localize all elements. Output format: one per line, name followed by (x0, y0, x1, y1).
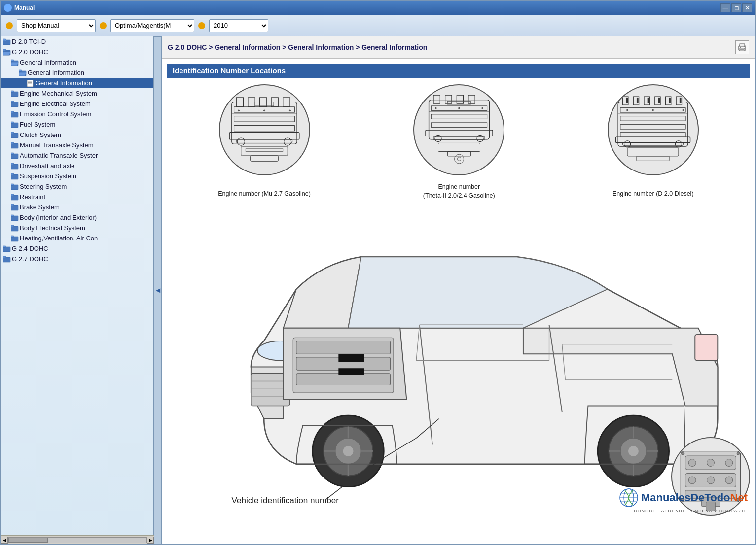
sidebar-item-engine-elec[interactable]: Engine Electrical System (1, 99, 153, 109)
engine-drawing-d20 (611, 88, 695, 172)
sidebar-item-d20-tcid[interactable]: D 2.0 TCI-D (1, 36, 153, 47)
sidebar-item-gen-info-3[interactable]: General Information (1, 78, 153, 88)
svg-rect-43 (11, 226, 18, 231)
sidebar-scrollbar[interactable]: ◀ ▶ (1, 535, 154, 544)
sidebar-item-driveshaft[interactable]: Driveshaft and axle (1, 161, 153, 171)
sidebar-item-gen-info-1[interactable]: General Information (1, 57, 153, 68)
sidebar-label-steering: Steering System (20, 183, 67, 190)
svg-rect-109 (616, 137, 690, 142)
svg-rect-47 (3, 247, 10, 252)
sidebar-item-gen-info-2[interactable]: General Information (1, 68, 153, 78)
svg-rect-12 (27, 80, 33, 87)
sidebar-item-body-elec[interactable]: Body Electrical System (1, 223, 153, 233)
folder-icon-brake (11, 204, 19, 211)
vin-label-text: Vehicle identification number (231, 496, 339, 505)
svg-point-93 (481, 107, 483, 109)
svg-rect-80 (457, 95, 463, 103)
sidebar-item-clutch[interactable]: Clutch System (1, 130, 153, 140)
svg-rect-45 (11, 237, 18, 241)
svg-rect-54 (740, 49, 744, 50)
sidebar-label-driveshaft: Driveshaft and axle (20, 162, 74, 170)
svg-point-172 (725, 459, 733, 466)
sidebar-label-heating: Heating,Ventilation, Air Con (20, 235, 98, 242)
sidebar-item-body[interactable]: Body (Interior and Exterior) (1, 212, 153, 223)
svg-marker-8 (11, 62, 18, 66)
car-diagram-svg: Vehicle identification number (167, 205, 750, 516)
section-header: Identification Number Locations (167, 64, 750, 78)
svg-rect-75 (255, 102, 274, 106)
print-button[interactable] (735, 40, 749, 54)
svg-point-117 (683, 109, 684, 111)
svg-rect-36 (11, 184, 14, 185)
svg-rect-50 (3, 256, 6, 258)
svg-rect-83 (431, 114, 487, 118)
svg-rect-123 (669, 97, 671, 102)
manual-type-dropdown[interactable]: Shop Manual Owner's Manual (17, 19, 96, 32)
sidebar-label-g27-dohc: G 2.7 DOHC (12, 255, 48, 263)
sidebar-item-g24-dohc[interactable]: G 2.4 DOHC (1, 243, 153, 254)
sidebar-item-g27-dohc[interactable]: G 2.7 DOHC (1, 254, 153, 264)
close-button[interactable]: ✕ (742, 3, 752, 12)
svg-rect-40 (11, 204, 14, 206)
gearbox-drawing (676, 442, 745, 511)
svg-point-71 (238, 109, 240, 111)
svg-rect-159 (296, 374, 391, 385)
svg-point-170 (688, 459, 696, 466)
svg-rect-19 (11, 102, 18, 107)
svg-rect-48 (3, 246, 6, 247)
model-dropdown[interactable]: Optima/Magentis(M (110, 19, 194, 32)
sidebar-label-g24-dohc: G 2.4 DOHC (12, 245, 48, 252)
svg-rect-4 (3, 49, 6, 51)
folder-icon-suspension (11, 173, 19, 180)
svg-rect-157 (296, 341, 391, 354)
svg-rect-70 (251, 155, 279, 161)
sidebar-item-emission[interactable]: Emission Control System (1, 109, 153, 119)
toolbar: Shop Manual Owner's Manual Optima/Magent… (1, 15, 755, 36)
svg-rect-49 (3, 257, 10, 262)
svg-rect-22 (11, 111, 14, 113)
engine-circle-mu27 (219, 84, 310, 175)
svg-rect-95 (447, 101, 470, 104)
content-scroll[interactable]: Engine number (Mu 2.7 Gasoline) (162, 82, 755, 544)
sidebar-item-fuel[interactable]: Fuel System (1, 119, 153, 130)
folder-open-icon (3, 49, 11, 56)
scroll-right-btn[interactable]: ▶ (147, 537, 154, 544)
sidebar-item-g20-dohc[interactable]: G 2.0 DOHC (1, 47, 153, 57)
app-icon (4, 4, 12, 12)
sidebar-item-heating[interactable]: Heating,Ventilation, Air Con (1, 233, 153, 243)
car-body-group (251, 257, 718, 487)
toolbar-dot-2 (100, 22, 107, 29)
sidebar-item-steering[interactable]: Steering System (1, 181, 153, 192)
sidebar-item-manual-trans[interactable]: Manual Transaxle System (1, 140, 153, 150)
sidebar-collapse-btn[interactable]: ◀ (154, 36, 162, 544)
minimize-button[interactable]: — (720, 3, 730, 12)
engine-drawing-mu27 (222, 88, 306, 172)
svg-rect-29 (11, 154, 18, 159)
toolbar-dot-1 (6, 22, 13, 29)
svg-rect-64 (234, 125, 295, 131)
sidebar-item-brake[interactable]: Brake System (1, 202, 153, 212)
sidebar-item-engine-mech[interactable]: Engine Mechanical System (1, 88, 153, 99)
svg-point-55 (740, 47, 741, 48)
svg-rect-7 (11, 60, 14, 61)
engine-label-theta2: Engine number(Theta-II 2.0/2.4 Gasoline) (423, 183, 495, 200)
restore-button[interactable]: ◻ (731, 3, 741, 12)
svg-rect-2 (3, 39, 6, 40)
breadcrumb: G 2.0 DOHC > General Information > Gener… (168, 43, 427, 51)
sidebar-item-suspension[interactable]: Suspension System (1, 171, 153, 181)
title-controls[interactable]: — ◻ ✕ (720, 3, 752, 12)
gearbox-circle (671, 437, 750, 516)
engine-row: Engine number (Mu 2.7 Gasoline) (167, 84, 750, 200)
scroll-left-btn[interactable]: ◀ (1, 537, 8, 544)
svg-point-92 (458, 107, 460, 109)
sidebar-item-auto-trans[interactable]: Automatic Transaxle Syster (1, 150, 153, 161)
svg-rect-85 (426, 130, 493, 136)
svg-point-171 (707, 459, 715, 466)
sidebar-item-restraint[interactable]: Restraint (1, 192, 153, 202)
year-dropdown[interactable]: 2010 2009 2008 (209, 19, 268, 32)
engine-circle-theta2 (413, 84, 504, 175)
sidebar-label-gen-info-3: General Information (36, 79, 92, 87)
engine-circle-d20 (608, 84, 699, 175)
sidebar-label-restraint: Restraint (20, 193, 45, 201)
svg-rect-46 (11, 236, 14, 237)
